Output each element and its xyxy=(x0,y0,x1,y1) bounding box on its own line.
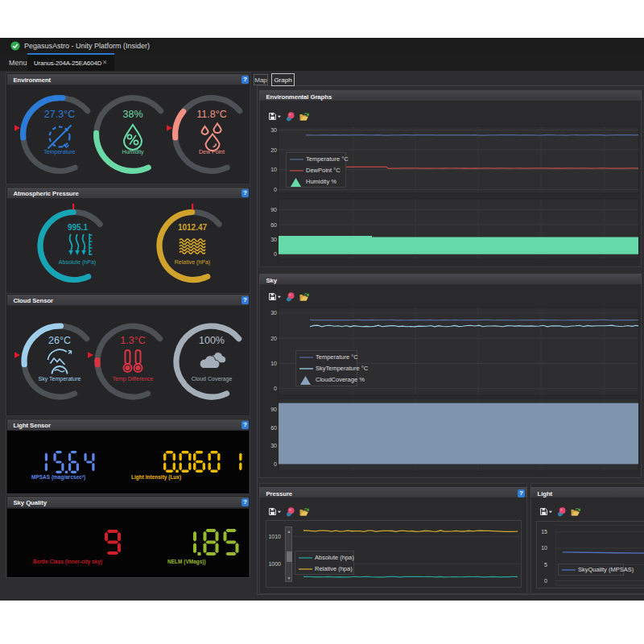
svg-text:NELM (VMags)): NELM (VMags)) xyxy=(167,559,206,565)
svg-text:MPSAS (mag/arcsec²): MPSAS (mag/arcsec²) xyxy=(31,474,85,481)
svg-text:Bortle Class (Inner-city sky): Bortle Class (Inner-city sky) xyxy=(33,559,102,565)
svg-text:Light Intensity (Lux): Light Intensity (Lux) xyxy=(131,474,181,481)
